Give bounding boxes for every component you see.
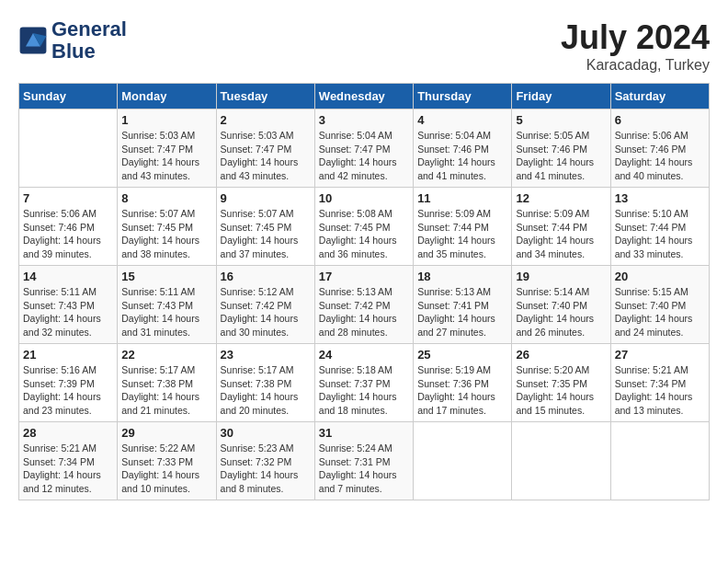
sunset-text: Sunset: 7:44 PM (615, 221, 705, 235)
day-info: Sunrise: 5:21 AMSunset: 7:34 PMDaylight:… (23, 442, 113, 496)
day-number: 21 (23, 348, 113, 362)
day-number: 17 (319, 270, 409, 283)
calendar-cell: 20Sunrise: 5:15 AMSunset: 7:40 PMDayligh… (610, 266, 709, 344)
calendar-cell: 26Sunrise: 5:20 AMSunset: 7:35 PMDayligh… (512, 344, 610, 422)
day-number: 9 (221, 191, 311, 205)
daylight-text: Daylight: 14 hours and 30 minutes. (221, 312, 311, 339)
sunset-text: Sunset: 7:46 PM (417, 143, 507, 156)
day-info: Sunrise: 5:09 AMSunset: 7:44 PMDaylight:… (516, 207, 606, 261)
daylight-text: Daylight: 14 hours and 36 minutes. (319, 234, 409, 260)
day-number: 31 (319, 426, 409, 440)
sunrise-text: Sunrise: 5:06 AM (615, 129, 705, 143)
day-info: Sunrise: 5:05 AMSunset: 7:46 PMDaylight:… (516, 129, 606, 183)
day-number: 24 (319, 348, 409, 362)
sunrise-text: Sunrise: 5:14 AM (516, 285, 606, 299)
daylight-text: Daylight: 14 hours and 17 minutes. (417, 390, 507, 417)
sunrise-text: Sunrise: 5:05 AM (516, 129, 606, 143)
sunrise-text: Sunrise: 5:04 AM (417, 129, 507, 143)
daylight-text: Daylight: 14 hours and 21 minutes. (121, 390, 211, 417)
calendar-table: SundayMondayTuesdayWednesdayThursdayFrid… (18, 83, 710, 500)
calendar-cell: 6Sunrise: 5:06 AMSunset: 7:46 PMDaylight… (610, 109, 709, 188)
day-number: 13 (615, 191, 705, 205)
day-info: Sunrise: 5:11 AMSunset: 7:43 PMDaylight:… (121, 285, 211, 339)
calendar-cell (19, 109, 118, 188)
day-info: Sunrise: 5:22 AMSunset: 7:33 PMDaylight:… (121, 442, 211, 496)
calendar-cell: 18Sunrise: 5:13 AMSunset: 7:41 PMDayligh… (414, 266, 512, 344)
calendar-cell: 25Sunrise: 5:19 AMSunset: 7:36 PMDayligh… (414, 344, 512, 422)
day-number: 19 (516, 270, 606, 283)
sunrise-text: Sunrise: 5:19 AM (417, 363, 507, 377)
calendar-cell: 13Sunrise: 5:10 AMSunset: 7:44 PMDayligh… (610, 188, 709, 266)
calendar-cell: 9Sunrise: 5:07 AMSunset: 7:45 PMDaylight… (216, 188, 314, 266)
daylight-text: Daylight: 14 hours and 38 minutes. (121, 234, 211, 260)
day-number: 27 (615, 348, 705, 362)
day-info: Sunrise: 5:04 AMSunset: 7:46 PMDaylight:… (417, 129, 507, 183)
day-info: Sunrise: 5:21 AMSunset: 7:34 PMDaylight:… (615, 363, 705, 418)
day-info: Sunrise: 5:11 AMSunset: 7:43 PMDaylight:… (23, 285, 113, 339)
sunrise-text: Sunrise: 5:13 AM (319, 285, 409, 299)
sunrise-text: Sunrise: 5:07 AM (121, 207, 211, 221)
calendar-week-row: 1Sunrise: 5:03 AMSunset: 7:47 PMDaylight… (19, 109, 710, 188)
day-info: Sunrise: 5:03 AMSunset: 7:47 PMDaylight:… (221, 129, 311, 183)
calendar-cell: 31Sunrise: 5:24 AMSunset: 7:31 PMDayligh… (314, 422, 413, 500)
calendar-cell: 22Sunrise: 5:17 AMSunset: 7:38 PMDayligh… (118, 344, 216, 422)
daylight-text: Daylight: 14 hours and 26 minutes. (516, 312, 606, 339)
day-info: Sunrise: 5:09 AMSunset: 7:44 PMDaylight:… (417, 207, 507, 261)
logo: General Blue (18, 18, 127, 63)
day-info: Sunrise: 5:16 AMSunset: 7:39 PMDaylight:… (23, 363, 113, 418)
day-info: Sunrise: 5:14 AMSunset: 7:40 PMDaylight:… (516, 285, 606, 339)
sunrise-text: Sunrise: 5:09 AM (417, 207, 507, 221)
sunrise-text: Sunrise: 5:22 AM (121, 442, 211, 455)
calendar-cell: 17Sunrise: 5:13 AMSunset: 7:42 PMDayligh… (314, 266, 413, 344)
day-info: Sunrise: 5:12 AMSunset: 7:42 PMDaylight:… (221, 285, 311, 339)
calendar-cell: 10Sunrise: 5:08 AMSunset: 7:45 PMDayligh… (314, 188, 413, 266)
sunrise-text: Sunrise: 5:17 AM (121, 363, 211, 377)
sunset-text: Sunset: 7:40 PM (615, 299, 705, 313)
calendar-cell: 2Sunrise: 5:03 AMSunset: 7:47 PMDaylight… (216, 109, 314, 188)
daylight-text: Daylight: 14 hours and 18 minutes. (319, 390, 409, 417)
daylight-text: Daylight: 14 hours and 13 minutes. (615, 390, 705, 417)
day-number: 6 (615, 113, 705, 127)
calendar-cell: 24Sunrise: 5:18 AMSunset: 7:37 PMDayligh… (314, 344, 413, 422)
day-number: 20 (615, 270, 705, 283)
sunset-text: Sunset: 7:47 PM (121, 143, 211, 156)
column-header-thursday: Thursday (414, 84, 512, 109)
calendar-cell: 28Sunrise: 5:21 AMSunset: 7:34 PMDayligh… (19, 422, 118, 500)
daylight-text: Daylight: 14 hours and 7 minutes. (319, 468, 409, 495)
sunrise-text: Sunrise: 5:03 AM (221, 129, 311, 143)
daylight-text: Daylight: 14 hours and 40 minutes. (615, 155, 705, 182)
logo-icon (18, 26, 48, 55)
column-header-friday: Friday (512, 84, 610, 109)
column-header-monday: Monday (118, 84, 216, 109)
daylight-text: Daylight: 14 hours and 15 minutes. (516, 390, 606, 417)
sunset-text: Sunset: 7:34 PM (615, 377, 705, 391)
calendar-cell: 30Sunrise: 5:23 AMSunset: 7:32 PMDayligh… (216, 422, 314, 500)
calendar-cell: 7Sunrise: 5:06 AMSunset: 7:46 PMDaylight… (19, 188, 118, 266)
calendar-cell: 27Sunrise: 5:21 AMSunset: 7:34 PMDayligh… (610, 344, 709, 422)
sunrise-text: Sunrise: 5:18 AM (319, 363, 409, 377)
sunset-text: Sunset: 7:47 PM (319, 143, 409, 156)
calendar-cell: 11Sunrise: 5:09 AMSunset: 7:44 PMDayligh… (414, 188, 512, 266)
column-header-wednesday: Wednesday (314, 84, 413, 109)
sunset-text: Sunset: 7:37 PM (319, 377, 409, 391)
sunrise-text: Sunrise: 5:07 AM (221, 207, 311, 221)
calendar-week-row: 28Sunrise: 5:21 AMSunset: 7:34 PMDayligh… (19, 422, 710, 500)
daylight-text: Daylight: 14 hours and 43 minutes. (121, 155, 211, 182)
sunset-text: Sunset: 7:32 PM (221, 455, 311, 469)
sunset-text: Sunset: 7:36 PM (417, 377, 507, 391)
day-info: Sunrise: 5:23 AMSunset: 7:32 PMDaylight:… (221, 442, 311, 496)
day-number: 7 (23, 191, 113, 205)
sunset-text: Sunset: 7:38 PM (221, 377, 311, 391)
sunset-text: Sunset: 7:44 PM (417, 221, 507, 235)
day-info: Sunrise: 5:06 AMSunset: 7:46 PMDaylight:… (615, 129, 705, 183)
sunrise-text: Sunrise: 5:21 AM (23, 442, 113, 455)
day-info: Sunrise: 5:07 AMSunset: 7:45 PMDaylight:… (221, 207, 311, 261)
calendar-cell (512, 422, 610, 500)
sunset-text: Sunset: 7:46 PM (23, 221, 113, 235)
day-number: 16 (221, 270, 311, 283)
sunset-text: Sunset: 7:33 PM (121, 455, 211, 469)
day-number: 5 (516, 113, 606, 127)
day-number: 23 (221, 348, 311, 362)
sunrise-text: Sunrise: 5:20 AM (516, 363, 606, 377)
location-subtitle: Karacadag, Turkey (561, 57, 710, 74)
